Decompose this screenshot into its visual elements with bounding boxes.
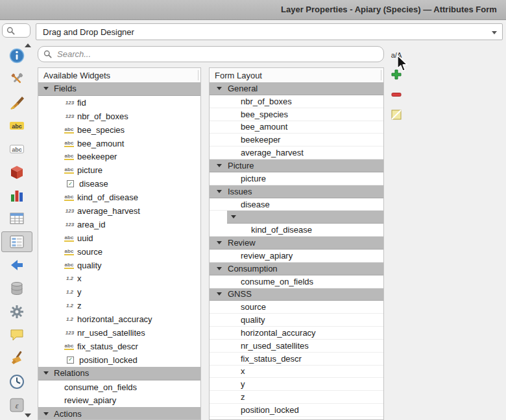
widget-relation[interactable]: consume_on_fields [38, 380, 200, 394]
widget-field[interactable]: 123area_id [38, 218, 200, 231]
sidebar-item-variables[interactable]: ε [1, 395, 32, 415]
remove-item-button[interactable] [389, 88, 404, 103]
widget-field[interactable]: 1.2y [38, 285, 200, 299]
sidebar-item-auxiliary-storage[interactable] [1, 278, 32, 299]
form-group-header[interactable]: Review [210, 237, 383, 250]
sidebar-item-diagrams[interactable] [1, 185, 32, 205]
form-field[interactable]: bee_amount [210, 121, 383, 134]
widget-group-header[interactable]: Relations [38, 367, 200, 380]
form-field[interactable]: picture [210, 172, 383, 185]
form-field[interactable]: review_apiary [210, 250, 383, 262]
expand-triangle-icon[interactable] [217, 267, 222, 270]
add-container-button[interactable] [389, 67, 404, 83]
widget-field[interactable]: 123nbr_of_boxes [38, 110, 200, 123]
expand-triangle-icon[interactable] [217, 292, 222, 296]
form-field[interactable]: horizontal_accuracy [210, 327, 383, 340]
form-field[interactable]: y [210, 378, 383, 391]
form-field[interactable]: bee_species [210, 108, 383, 121]
widget-field[interactable]: abcpicture [38, 163, 200, 177]
sidebar-item-temporal[interactable] [1, 371, 32, 392]
expand-triangle-icon[interactable] [217, 164, 222, 167]
sidebar-item-3d-view[interactable] [1, 162, 32, 183]
sidebar-scroll-down-icon[interactable] [25, 414, 31, 417]
form-group-label: GNSS [228, 289, 252, 299]
widget-field[interactable]: abcfix_status_descr [38, 340, 200, 353]
form-field[interactable]: fix_status_descr [210, 353, 383, 366]
sidebar-scroll-up-icon[interactable] [25, 43, 31, 47]
widget-search-input[interactable] [56, 49, 383, 60]
widget-field[interactable]: abcbee_amount [38, 137, 200, 150]
form-field[interactable]: nr_used_satellites [210, 340, 383, 353]
widget-field[interactable]: 123fid [38, 96, 200, 110]
number-field-icon: 1.2 [64, 275, 75, 281]
expand-triangle-icon[interactable] [217, 190, 222, 193]
form-field[interactable]: average_harvest [210, 146, 383, 159]
form-field-label: quality [241, 315, 265, 325]
form-group-label: Review [228, 238, 256, 248]
widget-field[interactable]: 123nr_used_satellites [38, 326, 200, 340]
widget-search-box[interactable] [38, 46, 384, 62]
form-group-header[interactable]: Picture [210, 159, 383, 172]
sidebar-item-display[interactable] [1, 325, 32, 345]
sidebar-item-attributes-form[interactable] [1, 231, 32, 252]
form-field[interactable]: disease [210, 198, 383, 211]
widget-field[interactable]: abcquality [38, 259, 200, 272]
widget-field[interactable]: abcsource [38, 245, 200, 259]
number-field-icon: 123 [64, 208, 75, 214]
widget-relation[interactable]: review_apiary [38, 393, 200, 407]
expand-triangle-icon[interactable] [217, 241, 222, 244]
form-field[interactable]: nbr_of_boxes [210, 95, 383, 108]
widget-field[interactable]: abcbee_species [38, 123, 200, 137]
sidebar-item-rendering[interactable] [1, 348, 32, 369]
widget-field[interactable]: 123average_harvest [38, 204, 200, 218]
widget-field[interactable]: 1.2horizontal_accuracy [38, 312, 200, 326]
database-icon [8, 280, 25, 297]
container-style-button[interactable] [389, 108, 404, 123]
widget-field[interactable]: ✓disease [38, 177, 200, 191]
expand-triangle-icon[interactable] [43, 87, 49, 90]
designer-select-value: Drag and Drop Designer [43, 27, 134, 37]
sidebar-item-symbology[interactable] [1, 92, 32, 113]
sidebar-item-source[interactable] [1, 69, 32, 89]
widget-field[interactable]: ✓position_locked [38, 353, 200, 367]
widget-field[interactable]: 1.2x [38, 272, 200, 285]
form-group-header[interactable]: GNSS [210, 288, 383, 301]
form-field[interactable]: position_locked [210, 404, 383, 417]
widget-field-label: disease [79, 179, 108, 189]
form-field[interactable]: beekeeper [210, 134, 383, 146]
expand-triangle-icon[interactable] [43, 371, 49, 375]
widget-field-label: quality [77, 261, 102, 270]
form-field[interactable]: source [210, 301, 383, 314]
information-icon [8, 47, 25, 64]
form-subfield[interactable]: kind_of_disease [210, 224, 383, 237]
widget-field[interactable]: abcuuid [38, 231, 200, 245]
form-field[interactable]: x [210, 366, 383, 379]
sidebar-item-actions[interactable] [1, 301, 32, 322]
form-field[interactable]: quality [210, 314, 383, 327]
sidebar-filter-input[interactable] [19, 25, 33, 36]
sidebar-filter-box[interactable] [2, 23, 30, 38]
sidebar-item-masks[interactable]: abc [1, 139, 32, 159]
form-group-header[interactable]: Issues [210, 185, 383, 198]
form-group-header[interactable]: Consumption [210, 262, 383, 275]
widget-field[interactable]: 1.2z [38, 299, 200, 312]
designer-select[interactable]: Drag and Drop Designer [36, 23, 503, 40]
widget-group-header[interactable]: Fields [38, 82, 200, 96]
sidebar-item-information[interactable] [1, 45, 32, 66]
expand-triangle-icon[interactable] [231, 215, 236, 218]
widget-group-header[interactable]: Actions [38, 407, 200, 419]
sidebar-item-fields[interactable] [1, 208, 32, 229]
form-subcontainer-header[interactable] [227, 211, 383, 224]
form-field[interactable]: z [210, 391, 383, 404]
text-properties-button[interactable]: a/A [389, 47, 404, 63]
sidebar-item-joins[interactable] [1, 255, 32, 275]
form-field[interactable]: consume_on_fields [210, 275, 383, 288]
form-group-header[interactable]: General [210, 82, 383, 95]
widget-field[interactable]: abcbeekeeper [38, 150, 200, 163]
widget-field[interactable]: abckind_of_disease [38, 191, 200, 204]
expand-triangle-icon[interactable] [217, 87, 222, 90]
sidebar-item-labels[interactable]: abc [1, 115, 32, 136]
speech-bubble-icon [8, 327, 25, 344]
number-field-icon: 123 [64, 222, 75, 228]
expand-triangle-icon[interactable] [43, 412, 49, 415]
